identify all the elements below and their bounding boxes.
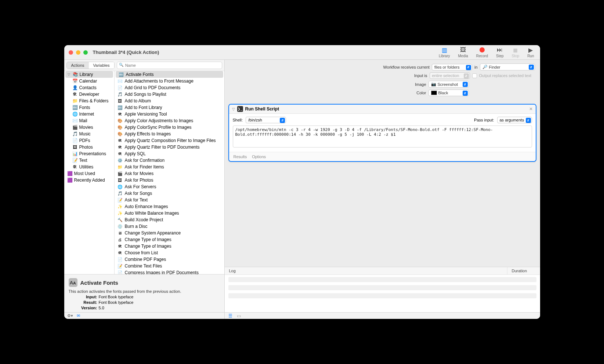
- action-item[interactable]: 🛠Apply SQL: [115, 150, 224, 157]
- gear-icon[interactable]: ⚙︎▾: [67, 313, 73, 318]
- action-item[interactable]: 🖨Change Type of Images: [115, 236, 224, 243]
- action-item[interactable]: 🎨Apply Color Adjustments to Images: [115, 117, 224, 124]
- receives-label: Workflow receives current: [383, 65, 430, 69]
- action-item[interactable]: 📝Combine Text Files: [115, 263, 224, 269]
- toolbar-record-button[interactable]: Record: [476, 47, 488, 58]
- action-item[interactable]: ✨Auto Enhance Images: [115, 203, 224, 210]
- library-smart-folder[interactable]: 🟪Most Used: [64, 170, 114, 177]
- action-item[interactable]: 📄Add Grid to PDF Documents: [115, 84, 224, 91]
- action-item[interactable]: 🛠Change Type of Images: [115, 243, 224, 250]
- results-tab[interactable]: Results: [234, 154, 247, 159]
- passinput-popup[interactable]: as arguments⇵: [497, 117, 532, 123]
- category-icon: ✉️: [72, 118, 77, 123]
- output-replaces-checkbox: [472, 73, 477, 78]
- play-icon: ▶: [528, 47, 533, 53]
- toolbar-step-button[interactable]: ⏭Step: [496, 47, 504, 58]
- action-item[interactable]: 🎨Apply Effects to Images: [115, 131, 224, 137]
- library-category[interactable]: 🖼Photos: [64, 144, 114, 150]
- action-item[interactable]: 🖥Change System Appearance: [115, 230, 224, 236]
- action-icon: 🛠: [117, 112, 123, 116]
- action-item[interactable]: 🎨Apply ColorSync Profile to Images: [115, 124, 224, 131]
- mode-segmented-control[interactable]: Actions Variables: [66, 62, 115, 69]
- segment-variables[interactable]: Variables: [89, 62, 114, 69]
- workflow-canvas[interactable]: ▽ ❯_ Run Shell Script ✕ Shell: /bin/zsh⇵…: [225, 102, 540, 267]
- flow-view-icon[interactable]: ▭: [237, 313, 241, 318]
- action-item[interactable]: 🖼Ask for Photos: [115, 177, 224, 183]
- action-item[interactable]: 🎵Add Songs to Playlist: [115, 91, 224, 98]
- action-item[interactable]: 🛠Choose from List: [115, 250, 224, 256]
- action-item[interactable]: ⚙️Ask for Confirmation: [115, 157, 224, 164]
- remove-action-button[interactable]: ✕: [529, 106, 533, 112]
- search-input[interactable]: [117, 62, 222, 69]
- library-category[interactable]: 📄PDFs: [64, 137, 114, 144]
- library-smart-folder[interactable]: 🟪Recently Added: [64, 177, 114, 183]
- action-item[interactable]: 🖼Add to Album: [115, 98, 224, 104]
- library-category[interactable]: 🔤Fonts: [64, 104, 114, 111]
- action-item[interactable]: 🛠Apply Quartz Composition Filter to Imag…: [115, 137, 224, 144]
- action-item[interactable]: ✉️Add Attachments to Front Message: [115, 78, 224, 84]
- library-category[interactable]: 📝Text: [64, 157, 114, 164]
- titlebar: Thumbnail 3*4 (Quick Action) ▥Library 🖼M…: [64, 45, 540, 60]
- minimize-button[interactable]: [76, 50, 80, 55]
- toolbar-library-button[interactable]: ▥Library: [439, 47, 450, 58]
- action-item[interactable]: 🎵Ask for Songs: [115, 190, 224, 197]
- action-item[interactable]: 📁Ask for Finder Items: [115, 164, 224, 170]
- toolbar-stop-button[interactable]: ◼Stop: [512, 47, 520, 58]
- action-icon: 🔤: [119, 72, 124, 77]
- action-item[interactable]: 📄Compress Images in PDF Documents: [115, 269, 224, 274]
- color-popup[interactable]: Black⇵: [428, 90, 469, 96]
- action-item[interactable]: 📝Ask for Text: [115, 197, 224, 203]
- action-item[interactable]: 🎬Ask for Movies: [115, 170, 224, 177]
- library-category[interactable]: 🛠Developer: [64, 91, 114, 98]
- category-icon: 📄: [72, 138, 77, 143]
- zoom-button[interactable]: [83, 50, 88, 55]
- finder-icon: 🔎: [482, 65, 488, 69]
- library-category[interactable]: 📁Files & Folders: [64, 98, 114, 104]
- action-item[interactable]: 📄Combine PDF Pages: [115, 256, 224, 263]
- actions-list[interactable]: 🔤Activate Fonts✉️Add Attachments to Fron…: [115, 71, 224, 274]
- library-header[interactable]: ▽ 📚 Library: [65, 71, 113, 78]
- window-title: Thumbnail 3*4 (Quick Action): [93, 50, 439, 55]
- log-column-header[interactable]: Log: [225, 267, 507, 274]
- search-field-wrapper: [117, 62, 222, 69]
- duration-column-header[interactable]: Duration: [507, 267, 540, 274]
- library-category[interactable]: 🎵Music: [64, 131, 114, 137]
- action-item[interactable]: 🌐Ask For Servers: [115, 183, 224, 190]
- list-view-icon[interactable]: ☰: [228, 313, 232, 318]
- mail-icon[interactable]: ✉︎: [77, 313, 80, 318]
- library-category[interactable]: 📊Presentations: [64, 150, 114, 157]
- action-icon: ✨: [117, 204, 123, 209]
- action-item[interactable]: 🛠Apple Versioning Tool: [115, 111, 224, 117]
- action-item[interactable]: 🔤Add to Font Library: [115, 104, 224, 111]
- action-icon: 🛠: [117, 145, 123, 149]
- close-button[interactable]: [69, 50, 73, 55]
- toolbar-media-button[interactable]: 🖼Media: [458, 47, 468, 58]
- segment-actions[interactable]: Actions: [67, 62, 89, 69]
- toolbar-run-button[interactable]: ▶Run: [527, 47, 534, 58]
- shell-script-textarea[interactable]: [233, 125, 532, 148]
- app-popup[interactable]: 🔎Finder⇵: [480, 63, 535, 70]
- options-tab[interactable]: Options: [252, 154, 266, 159]
- library-category[interactable]: 🎬Movies: [64, 124, 114, 131]
- shell-popup[interactable]: /bin/zsh⇵: [246, 117, 286, 123]
- action-item[interactable]: 💿Burn a Disc: [115, 223, 224, 230]
- sidebar-icon: ▥: [442, 47, 447, 53]
- log-panel: Log Duration: [225, 267, 540, 312]
- library-categories-list[interactable]: ▽ 📚 Library 📅Calendar👤Contacts🛠Developer…: [64, 71, 115, 274]
- library-category[interactable]: 🌐Internet: [64, 111, 114, 117]
- library-category[interactable]: 📅Calendar: [64, 78, 114, 84]
- action-item[interactable]: 🔤Activate Fonts: [116, 71, 223, 78]
- action-item[interactable]: 🛠Apply Quartz Filter to PDF Documents: [115, 144, 224, 150]
- media-icon: 🖼: [460, 47, 466, 53]
- library-category[interactable]: 👤Contacts: [64, 84, 114, 91]
- image-label: Image: [415, 82, 426, 87]
- action-header[interactable]: ▽ ❯_ Run Shell Script ✕: [229, 105, 536, 114]
- receives-popup[interactable]: files or folders⇵: [432, 64, 472, 70]
- disclosure-triangle-icon[interactable]: ▽: [232, 107, 235, 111]
- action-item[interactable]: 🔨Build Xcode Project: [115, 216, 224, 223]
- image-popup[interactable]: 📷Screenshot⇵: [428, 81, 469, 88]
- library-category[interactable]: ✉️Mail: [64, 117, 114, 124]
- library-category[interactable]: 🛠Utilities: [64, 164, 114, 170]
- disclosure-triangle-icon[interactable]: ▽: [68, 73, 70, 76]
- action-item[interactable]: ✨Auto White Balance Images: [115, 210, 224, 216]
